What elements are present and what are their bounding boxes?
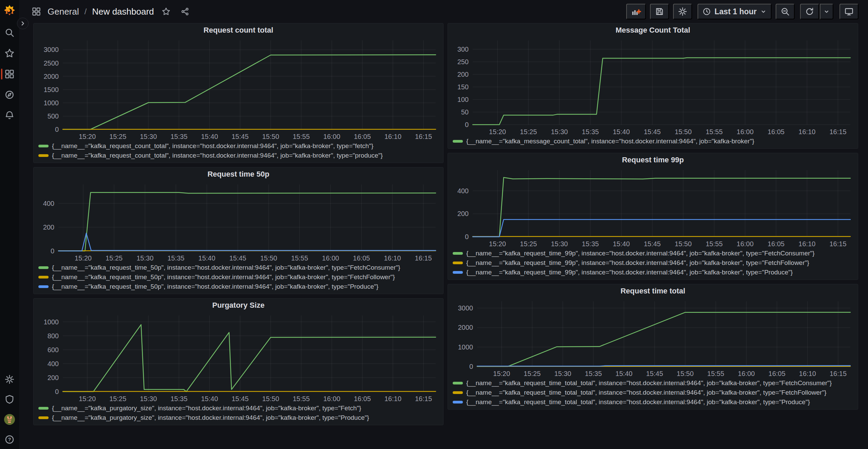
timeseries-chart[interactable]: 010002000300015:2015:2515:3015:3515:4015… bbox=[449, 298, 856, 378]
legend-item[interactable]: {__name__="kafka_request_count_total", i… bbox=[38, 152, 441, 159]
legend-item[interactable]: {__name__="kafka_request_time_total_tota… bbox=[453, 379, 856, 387]
timeseries-chart[interactable]: 0200400600800100015:2015:2515:3015:3515:… bbox=[35, 312, 442, 403]
timeseries-chart[interactable]: 020040015:2015:2515:3015:3515:4015:4515:… bbox=[35, 181, 442, 263]
sidebar-item-server-admin[interactable] bbox=[0, 393, 19, 406]
chart-svg[interactable]: 010002000300015:2015:2515:3015:3515:4015… bbox=[449, 298, 856, 378]
svg-text:2500: 2500 bbox=[44, 59, 59, 67]
legend-item[interactable]: {__name__="kafka_purgatory_size", instan… bbox=[38, 414, 441, 421]
svg-text:16:05: 16:05 bbox=[768, 370, 785, 377]
tv-monitor-icon bbox=[844, 7, 854, 16]
refresh-button[interactable] bbox=[800, 4, 819, 19]
svg-text:15:45: 15:45 bbox=[232, 395, 249, 402]
panel-request-time-99p: Request time 99p 020040015:2015:2515:301… bbox=[448, 153, 858, 280]
sidebar-item-profile[interactable] bbox=[0, 413, 19, 426]
sidebar-item-search[interactable] bbox=[0, 26, 19, 39]
legend-item[interactable]: {__name__="kafka_request_time_total_tota… bbox=[453, 389, 856, 396]
panel-title[interactable]: Purgatory Size bbox=[212, 301, 265, 310]
svg-text:16:15: 16:15 bbox=[415, 254, 432, 262]
svg-text:15:30: 15:30 bbox=[551, 240, 568, 248]
svg-text:16:10: 16:10 bbox=[799, 370, 816, 377]
legend: {__name__="kafka_message_count_total", i… bbox=[448, 136, 858, 148]
svg-text:250: 250 bbox=[457, 58, 469, 66]
star-dashboard-button[interactable] bbox=[159, 5, 173, 18]
legend-swatch bbox=[38, 276, 49, 279]
add-panel-button[interactable] bbox=[626, 4, 646, 19]
legend-swatch bbox=[38, 154, 49, 157]
chart-svg[interactable]: 0200400600800100015:2015:2515:3015:3515:… bbox=[35, 312, 442, 403]
save-dashboard-button[interactable] bbox=[650, 4, 669, 19]
svg-text:16:15: 16:15 bbox=[415, 133, 432, 140]
svg-text:15:55: 15:55 bbox=[293, 395, 310, 402]
chart-svg[interactable]: 020040015:2015:2515:3015:3515:4015:4515:… bbox=[35, 181, 442, 263]
breadcrumb-folder[interactable]: General bbox=[48, 6, 79, 17]
legend-swatch bbox=[453, 382, 463, 384]
header-toolbar: Last 1 hour bbox=[626, 4, 858, 19]
grafana-logo[interactable] bbox=[2, 4, 17, 18]
svg-text:15:55: 15:55 bbox=[291, 254, 308, 262]
sidebar-item-dashboards[interactable] bbox=[0, 68, 19, 80]
legend-item[interactable]: {__name__="kafka_purgatory_size", instan… bbox=[38, 405, 441, 412]
time-range-picker[interactable]: Last 1 hour bbox=[698, 4, 772, 19]
svg-text:15:20: 15:20 bbox=[489, 240, 506, 248]
help-icon: ? bbox=[4, 434, 15, 445]
svg-text:16:00: 16:00 bbox=[323, 133, 340, 140]
svg-text:2000: 2000 bbox=[458, 324, 473, 331]
panel-title[interactable]: Request time 99p bbox=[622, 156, 684, 164]
legend-item[interactable]: {__name__="kafka_request_time_99p", inst… bbox=[453, 250, 856, 257]
sidebar-item-alerting[interactable] bbox=[0, 109, 19, 122]
panel-title[interactable]: Message Count Total bbox=[616, 26, 690, 35]
svg-text:15:50: 15:50 bbox=[262, 133, 279, 140]
legend-item[interactable]: {__name__="kafka_request_time_total_tota… bbox=[453, 398, 856, 406]
panel-title-bar[interactable]: Request time total bbox=[448, 284, 858, 298]
panel-title[interactable]: Request time 50p bbox=[207, 170, 269, 179]
apps-icon bbox=[31, 6, 42, 17]
svg-text:16:10: 16:10 bbox=[384, 254, 401, 262]
tv-mode-button[interactable] bbox=[839, 4, 858, 19]
panel-title[interactable]: Request time total bbox=[620, 287, 685, 295]
svg-text:16:05: 16:05 bbox=[767, 240, 784, 248]
breadcrumb-dashboard-title[interactable]: New dashboard bbox=[92, 6, 154, 17]
bell-icon bbox=[4, 110, 15, 121]
legend-item[interactable]: {__name__="kafka_request_time_50p", inst… bbox=[38, 264, 441, 271]
dashboards-grid-icon bbox=[4, 69, 15, 79]
sidebar-item-explore[interactable] bbox=[0, 89, 19, 101]
svg-text:15:50: 15:50 bbox=[260, 254, 277, 262]
refresh-interval-dropdown[interactable] bbox=[820, 4, 833, 19]
svg-text:15:35: 15:35 bbox=[582, 128, 599, 136]
sidebar-item-help[interactable]: ? bbox=[0, 433, 19, 446]
chart-svg[interactable]: 05010015020025030015:2015:2515:3015:3515… bbox=[449, 37, 856, 136]
chart-svg[interactable]: 05001000150020002500300015:2015:2515:301… bbox=[35, 37, 442, 141]
svg-text:3000: 3000 bbox=[458, 304, 473, 312]
legend-item[interactable]: {__name__="kafka_request_time_50p", inst… bbox=[38, 273, 441, 281]
panel-title-bar[interactable]: Message Count Total bbox=[448, 23, 858, 37]
zoom-out-button[interactable] bbox=[776, 4, 795, 19]
legend-item[interactable]: {__name__="kafka_request_time_99p", inst… bbox=[453, 269, 856, 276]
svg-text:16:00: 16:00 bbox=[738, 370, 755, 377]
chart-svg[interactable]: 020040015:2015:2515:3015:3515:4015:4515:… bbox=[449, 167, 856, 248]
legend-item[interactable]: {__name__="kafka_message_count_total", i… bbox=[453, 138, 856, 145]
panel-title[interactable]: Request count total bbox=[203, 26, 273, 35]
share-icon bbox=[181, 7, 189, 16]
sidebar-item-starred[interactable] bbox=[0, 47, 19, 59]
legend-swatch bbox=[453, 401, 463, 403]
svg-text:50: 50 bbox=[461, 108, 469, 116]
legend-item[interactable]: {__name__="kafka_request_count_total", i… bbox=[38, 142, 441, 150]
share-dashboard-button[interactable] bbox=[178, 5, 192, 18]
panel-title-bar[interactable]: Purgatory Size bbox=[34, 299, 443, 312]
dashboard-settings-button[interactable] bbox=[673, 4, 692, 19]
panel-title-bar[interactable]: Request time 50p bbox=[34, 167, 443, 181]
legend-swatch bbox=[453, 262, 463, 264]
legend-item[interactable]: {__name__="kafka_request_time_99p", inst… bbox=[453, 259, 856, 267]
timeseries-chart[interactable]: 05001000150020002500300015:2015:2515:301… bbox=[35, 37, 442, 141]
sidebar-item-configuration[interactable] bbox=[0, 373, 19, 385]
panel-title-bar[interactable]: Request count total bbox=[34, 23, 443, 37]
legend-swatch bbox=[453, 140, 463, 143]
legend-item[interactable]: {__name__="kafka_request_time_50p", inst… bbox=[38, 283, 441, 290]
timeseries-chart[interactable]: 05010015020025030015:2015:2515:3015:3515… bbox=[449, 37, 856, 136]
legend-label: {__name__="kafka_request_time_total_tota… bbox=[466, 379, 832, 387]
panel-title-bar[interactable]: Request time 99p bbox=[448, 153, 858, 167]
svg-text:15:35: 15:35 bbox=[585, 370, 602, 377]
panel-request-count-total: Request count total 05001000150020002500… bbox=[33, 23, 444, 163]
timeseries-chart[interactable]: 020040015:2015:2515:3015:3515:4015:4515:… bbox=[449, 167, 856, 248]
sidebar-expand-button[interactable] bbox=[17, 18, 29, 29]
